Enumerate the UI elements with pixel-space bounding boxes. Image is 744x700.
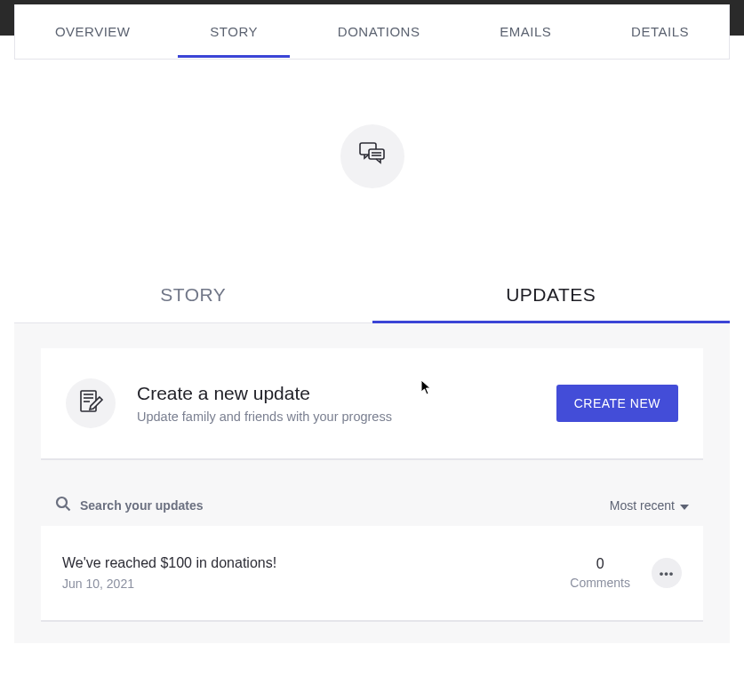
subtab-updates[interactable]: UPDATES bbox=[372, 266, 731, 322]
create-update-subtitle: Update family and friends with your prog… bbox=[137, 410, 556, 424]
update-comments: 0 Comments bbox=[570, 556, 630, 590]
update-title: We've reached $100 in donations! bbox=[62, 555, 570, 571]
create-update-text: Create a new update Update family and fr… bbox=[137, 383, 556, 424]
tab-emails[interactable]: EMAILS bbox=[494, 6, 556, 57]
create-new-button[interactable]: CREATE NEW bbox=[556, 385, 678, 422]
primary-tab-bar: OVERVIEW STORY DONATIONS EMAILS DETAILS bbox=[14, 4, 730, 60]
search-updates-input[interactable] bbox=[80, 498, 610, 513]
create-update-icon-circle bbox=[66, 378, 116, 428]
update-comments-label: Comments bbox=[570, 576, 630, 590]
story-subtab-bar: STORY UPDATES bbox=[14, 266, 730, 323]
tab-story[interactable]: STORY bbox=[204, 6, 263, 57]
create-update-card: Create a new update Update family and fr… bbox=[41, 348, 703, 460]
svg-point-8 bbox=[57, 497, 67, 507]
update-main: We've reached $100 in donations! Jun 10,… bbox=[62, 555, 570, 591]
chat-bubbles-icon bbox=[357, 139, 388, 173]
hero-icon-circle bbox=[340, 124, 404, 188]
update-more-button[interactable]: ••• bbox=[652, 558, 682, 588]
caret-down-icon bbox=[680, 498, 689, 513]
create-update-title: Create a new update bbox=[137, 383, 556, 404]
more-horizontal-icon: ••• bbox=[660, 567, 675, 580]
search-sort-row: Most recent bbox=[55, 492, 689, 519]
tab-donations[interactable]: DONATIONS bbox=[332, 6, 426, 57]
updates-panel: Create a new update Update family and fr… bbox=[14, 323, 730, 643]
svg-rect-1 bbox=[369, 149, 384, 159]
document-edit-icon bbox=[77, 388, 104, 418]
subtab-story[interactable]: STORY bbox=[14, 266, 372, 322]
update-list-item[interactable]: We've reached $100 in donations! Jun 10,… bbox=[41, 526, 703, 622]
svg-line-9 bbox=[66, 506, 70, 511]
sort-label: Most recent bbox=[610, 498, 675, 513]
update-comments-count: 0 bbox=[570, 556, 630, 572]
tab-details[interactable]: DETAILS bbox=[626, 6, 694, 57]
sort-dropdown[interactable]: Most recent bbox=[610, 498, 689, 513]
search-icon bbox=[55, 496, 71, 515]
tab-overview[interactable]: OVERVIEW bbox=[50, 6, 136, 57]
update-date: Jun 10, 2021 bbox=[62, 577, 570, 591]
